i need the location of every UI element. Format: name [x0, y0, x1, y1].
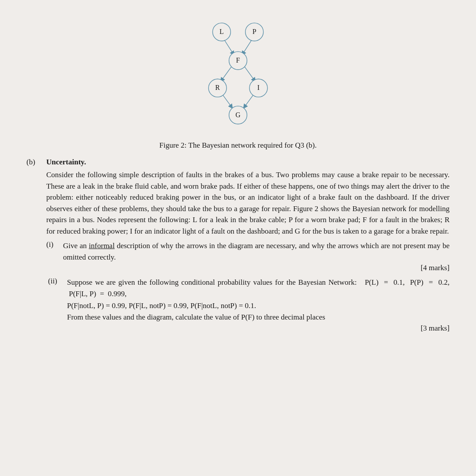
sub-question-i: (i) Give an informal description of why …	[46, 240, 450, 272]
sub-ii-label: (ii)	[48, 277, 63, 333]
svg-line-1	[243, 39, 252, 53]
sub-i-content: Give an informal description of why the …	[63, 240, 450, 272]
sub-i-text: Give an informal description of why the …	[63, 240, 450, 263]
svg-line-3	[244, 66, 254, 80]
svg-line-2	[222, 66, 232, 80]
node-P-label: P	[253, 28, 257, 35]
node-G-label: G	[235, 111, 240, 119]
section-b-content: Uncertainty. Consider the following simp…	[46, 158, 450, 333]
informal-underline: informal	[89, 242, 115, 250]
section-b-title: Uncertainty.	[46, 158, 450, 167]
figure-caption: Figure 2: The Bayesian network required …	[26, 141, 450, 150]
sub-i-label: (i)	[46, 240, 60, 272]
node-L-label: L	[219, 28, 224, 35]
svg-line-0	[224, 39, 233, 53]
sub-ii-marks: [3 marks]	[67, 324, 450, 333]
sub-ii-text: Suppose we are given the following condi…	[67, 277, 450, 323]
bayesian-network-diagram: L P F R I G	[181, 13, 295, 137]
main-paragraph: Consider the following simple descriptio…	[46, 169, 450, 237]
node-I-label: I	[257, 84, 260, 91]
sub-question-ii: (ii) Suppose we are given the following …	[46, 277, 450, 333]
sub-ii-content: Suppose we are given the following condi…	[67, 277, 450, 333]
diagram-container: L P F R I G	[26, 13, 450, 137]
section-b-label: (b)	[26, 158, 42, 333]
sub-i-marks: [4 marks]	[63, 264, 450, 272]
node-R-label: R	[215, 84, 220, 91]
node-F-label: F	[236, 56, 240, 64]
page: L P F R I G Figure 2: The Bayesian netwo…	[0, 0, 476, 476]
section-b: (b) Uncertainty. Consider the following …	[26, 158, 450, 333]
